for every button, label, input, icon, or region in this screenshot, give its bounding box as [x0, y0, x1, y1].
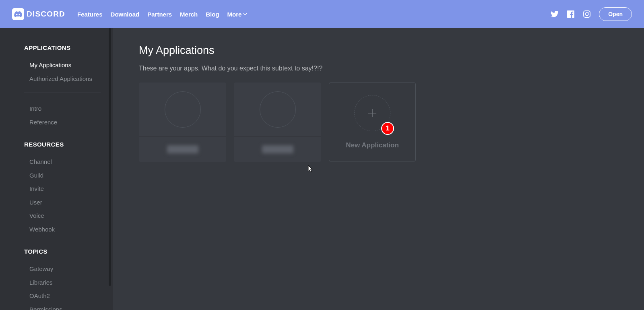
sidebar-item-invite[interactable]: Invite	[29, 182, 113, 196]
twitter-icon[interactable]	[551, 10, 559, 18]
nav-more-label: More	[227, 11, 242, 18]
nav-partners[interactable]: Partners	[147, 11, 172, 18]
application-card-name-area	[234, 136, 321, 162]
nav-features[interactable]: Features	[77, 11, 103, 18]
application-card-avatar-area	[234, 83, 321, 136]
chevron-down-icon	[243, 13, 247, 15]
new-application-button[interactable]: 1 New Application	[329, 83, 416, 161]
nav-more[interactable]: More	[227, 11, 248, 18]
sidebar-item-user[interactable]: User	[29, 196, 113, 209]
application-card[interactable]	[234, 83, 321, 162]
facebook-icon[interactable]	[567, 10, 575, 18]
scrollbar-thumb[interactable]	[109, 28, 111, 286]
avatar-placeholder-icon	[260, 91, 296, 128]
main-content: My Applications These are your apps. Wha…	[113, 28, 644, 310]
nav-download[interactable]: Download	[111, 11, 140, 18]
sidebar-section-topics: TOPICS Gateway Libraries OAuth2 Permissi…	[24, 248, 113, 310]
sidebar-item-permissions[interactable]: Permissions	[29, 303, 113, 310]
sidebar-heading-resources: RESOURCES	[24, 141, 113, 148]
sidebar-item-channel[interactable]: Channel	[29, 155, 113, 169]
discord-logo-icon	[12, 8, 24, 20]
sidebar-heading-topics: TOPICS	[24, 248, 113, 255]
sidebar-divider	[24, 93, 101, 93]
page-title: My Applications	[139, 44, 644, 57]
sidebar-heading-applications: APPLICATIONS	[24, 44, 113, 51]
main-nav: Features Download Partners Merch Blog Mo…	[77, 11, 247, 18]
top-header: DISCORD Features Download Partners Merch…	[0, 0, 644, 28]
open-button[interactable]: Open	[599, 7, 632, 21]
application-grid: 1 New Application	[139, 83, 644, 162]
nav-blog[interactable]: Blog	[206, 11, 219, 18]
sidebar-item-libraries[interactable]: Libraries	[29, 276, 113, 289]
sidebar-item-webhook[interactable]: Webhook	[29, 223, 113, 236]
sidebar-item-guild[interactable]: Guild	[29, 169, 113, 182]
page-subtitle: These are your apps. What do you expect …	[139, 65, 644, 72]
sidebar-item-oauth2[interactable]: OAuth2	[29, 289, 113, 303]
plus-icon	[367, 107, 378, 119]
sidebar-item-authorized-applications[interactable]: Authorized Applications	[29, 72, 113, 86]
discord-logo[interactable]: DISCORD	[12, 8, 65, 20]
application-card-name-area	[139, 136, 226, 162]
new-application-circle: 1	[354, 95, 390, 131]
header-left: DISCORD Features Download Partners Merch…	[12, 8, 247, 20]
new-application-label: New Application	[346, 141, 399, 149]
nav-merch[interactable]: Merch	[180, 11, 198, 18]
sidebar-section-resources: RESOURCES Channel Guild Invite User Voic…	[24, 141, 113, 236]
sidebar-item-my-applications[interactable]: My Applications	[29, 58, 113, 72]
application-name-redacted	[262, 145, 293, 153]
sidebar-item-intro[interactable]: Intro	[29, 102, 113, 116]
avatar-placeholder-icon	[165, 91, 201, 128]
sidebar-item-gateway[interactable]: Gateway	[29, 262, 113, 276]
notification-badge: 1	[381, 122, 394, 135]
sidebar: APPLICATIONS My Applications Authorized …	[0, 28, 113, 310]
sidebar-section-applications: APPLICATIONS My Applications Authorized …	[24, 44, 113, 129]
sidebar-item-voice[interactable]: Voice	[29, 209, 113, 223]
header-right: Open	[551, 7, 632, 21]
application-name-redacted	[167, 145, 198, 153]
application-card[interactable]	[139, 83, 226, 162]
body: APPLICATIONS My Applications Authorized …	[0, 28, 644, 310]
sidebar-item-reference[interactable]: Reference	[29, 116, 113, 129]
discord-logo-text: DISCORD	[27, 10, 65, 19]
instagram-icon[interactable]	[583, 10, 591, 18]
application-card-avatar-area	[139, 83, 226, 136]
